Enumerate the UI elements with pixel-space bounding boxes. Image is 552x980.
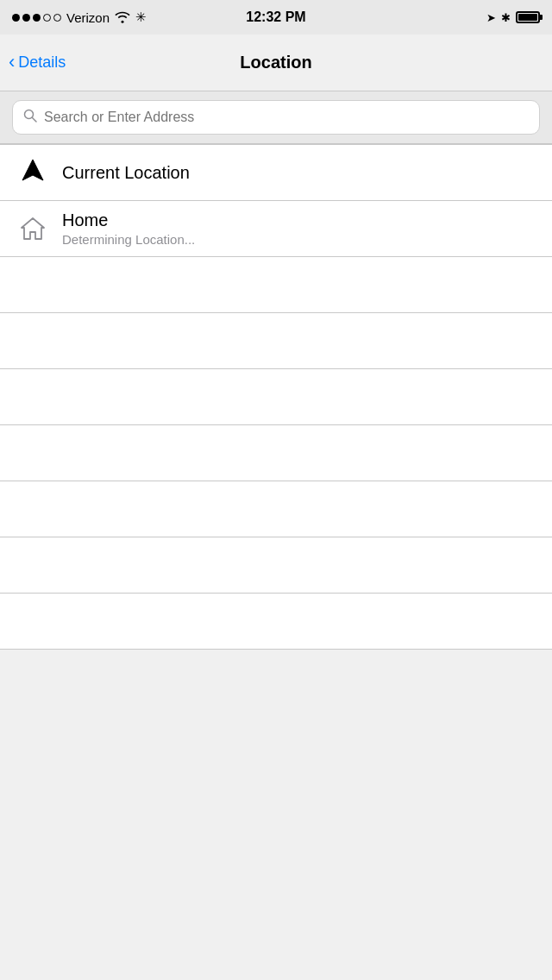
status-right: ➤ ✱	[486, 11, 540, 24]
activity-icon: ✳	[135, 9, 147, 25]
home-text: Home Determining Location...	[62, 210, 538, 247]
page-title: Location	[240, 53, 311, 72]
empty-row-7	[0, 594, 552, 650]
list-item-home[interactable]: Home Determining Location...	[0, 201, 552, 257]
wifi-icon	[115, 11, 130, 23]
home-subtitle: Determining Location...	[62, 232, 538, 247]
search-bar[interactable]	[12, 100, 540, 135]
status-time: 12:32 PM	[246, 9, 305, 25]
empty-row-5	[0, 481, 552, 537]
empty-row-4	[0, 425, 552, 481]
back-button-label: Details	[18, 53, 66, 72]
list-container: Current Location Home Determining Locati…	[0, 144, 552, 650]
signal-dot-1	[12, 14, 20, 22]
empty-row-1	[0, 257, 552, 313]
search-input[interactable]	[44, 110, 529, 125]
signal-dot-4	[43, 14, 51, 22]
list-item-current-location[interactable]: Current Location	[0, 145, 552, 201]
signal-dot-5	[53, 14, 61, 22]
battery-icon	[516, 11, 540, 23]
empty-row-6	[0, 537, 552, 594]
empty-row-2	[0, 313, 552, 369]
home-title: Home	[62, 210, 538, 230]
back-chevron-icon: ‹	[9, 53, 15, 72]
search-icon	[23, 109, 37, 126]
battery-fill	[518, 14, 537, 21]
home-icon-container	[14, 210, 52, 248]
svg-marker-2	[22, 160, 43, 180]
bluetooth-icon: ✱	[501, 11, 511, 24]
location-arrow-icon: ➤	[486, 11, 496, 24]
status-bar: Verizon ✳ 12:32 PM ➤ ✱	[0, 0, 552, 35]
signal-dot-3	[33, 14, 41, 22]
nav-bar: ‹ Details Location	[0, 35, 552, 91]
carrier-label: Verizon	[66, 10, 110, 25]
back-button[interactable]: ‹ Details	[9, 53, 66, 72]
house-icon	[20, 216, 46, 242]
search-container	[0, 91, 552, 144]
current-location-title: Current Location	[62, 163, 538, 183]
signal-dots	[12, 14, 61, 22]
current-location-icon-container	[14, 154, 52, 192]
svg-line-1	[33, 118, 37, 122]
navigation-arrow-icon	[21, 158, 45, 188]
current-location-text: Current Location	[62, 163, 538, 183]
status-left: Verizon ✳	[12, 9, 147, 25]
signal-dot-2	[22, 14, 30, 22]
empty-row-3	[0, 369, 552, 425]
